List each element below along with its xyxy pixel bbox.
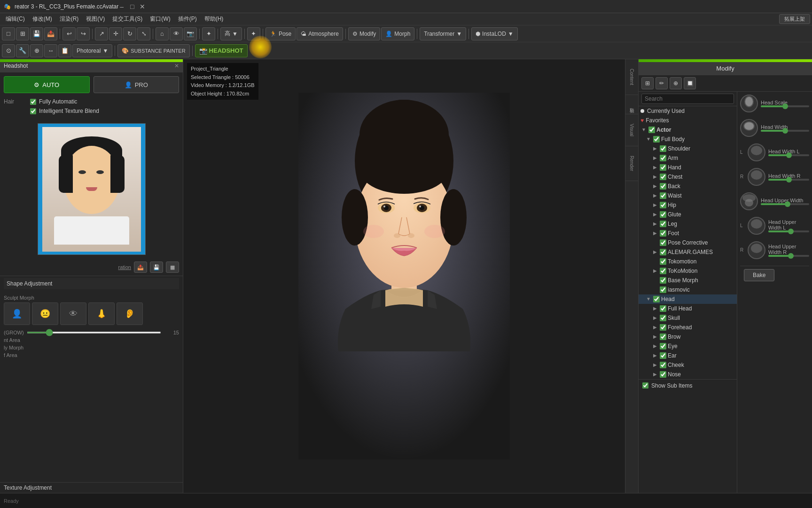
menu-render[interactable]: 渲染(R) [56,14,83,24]
tb2-btn5[interactable]: 📋 [58,44,71,57]
hip-checkbox[interactable] [660,202,666,208]
extend-button[interactable]: 拓展上架 [779,14,810,24]
full-body-checkbox[interactable] [653,136,660,143]
iasmovic-item[interactable]: iasmovic [639,285,737,294]
open-btn[interactable]: ⊞ [16,27,29,40]
base-morph-checkbox[interactable] [660,277,666,284]
view-btn[interactable]: 👁 [170,27,183,40]
full-body-expand[interactable]: ▼ [645,136,652,143]
skull-checkbox[interactable] [660,315,666,321]
close-panel-icon[interactable]: ✕ [174,63,179,69]
tokomotion-expand[interactable] [652,258,658,265]
render-tab[interactable]: Render [625,146,638,181]
pose-corrective-checkbox[interactable] [660,239,666,246]
full-head-expand[interactable]: ▶ [652,305,658,312]
waist-item[interactable]: ▶ Waist [639,191,737,200]
full-head-checkbox[interactable] [660,305,666,312]
forehead-expand[interactable]: ▶ [652,324,658,331]
foot-expand[interactable]: ▶ [652,230,658,237]
pick-tab[interactable]: 拾取 [625,95,638,114]
fully-automatic-checkbox[interactable] [30,99,36,105]
modify-tool-2[interactable]: ✏ [656,77,668,89]
content-tab[interactable]: Content [625,59,638,95]
instalod-btn[interactable]: ⬢InstaLOD▼ [471,27,518,40]
pro-mode-btn[interactable]: 👤 PRO [94,76,180,93]
pose-corrective-item[interactable]: Pose Corrective [639,238,737,247]
leg-expand[interactable]: ▶ [652,221,658,227]
brow-item[interactable]: ▶ Brow [639,332,737,341]
head-upper-width-r-track[interactable] [768,255,809,257]
arm-item[interactable]: ▶ Arm [639,153,737,163]
ear-item[interactable]: ▶ Ear [639,351,737,360]
foot-item[interactable]: ▶ Foot [639,229,737,238]
bake-button[interactable]: Bake [744,269,774,281]
chest-checkbox[interactable] [660,174,666,180]
morph-icon-3[interactable]: 👁 [60,302,86,325]
alemar-checkbox[interactable] [660,249,666,255]
menu-plugin[interactable]: 插件(P) [174,14,201,24]
tb2-btn1[interactable]: ⊙ [2,44,15,57]
full-body-item[interactable]: ▼ Full Body [639,135,737,144]
head-width-handle[interactable] [782,128,788,134]
actor-checkbox[interactable] [648,127,655,133]
modify-btn[interactable]: ⚙Modify [348,27,380,40]
ear-checkbox[interactable] [660,352,666,359]
tb2-btn2[interactable]: 🔧 [16,44,29,57]
glute-expand[interactable]: ▶ [652,211,658,218]
headshot-btn[interactable]: 📸 HEADSHOT [195,44,248,57]
hand-item[interactable]: ▶ Hand [639,163,737,172]
nose-expand[interactable]: ▶ [652,371,658,378]
photoreal-dropdown[interactable]: Photoreal ▼ [72,44,112,57]
save-btn[interactable]: 💾 [30,27,43,40]
glute-checkbox[interactable] [660,211,666,218]
new-btn[interactable]: □ [2,27,15,40]
head-upper-width-l-handle[interactable] [788,229,794,234]
minimize-button[interactable]: – [118,3,125,10]
pose-corrective-expand[interactable] [652,239,658,246]
maximize-button[interactable]: □ [129,3,135,10]
foot-checkbox[interactable] [660,230,666,237]
hip-item[interactable]: ▶ Hip [639,200,737,210]
head-upper-width-l-track[interactable] [768,230,809,232]
head-checkbox[interactable] [653,296,660,302]
arm-expand[interactable]: ▶ [652,155,658,161]
scale-btn[interactable]: ⤡ [137,27,150,40]
more-small-btn[interactable]: ▦ [166,262,179,273]
camera-btn[interactable]: 📷 [184,27,197,40]
menu-submit[interactable]: 提交工具(S) [109,14,146,24]
modify-tool-1[interactable]: ⊞ [641,77,654,89]
arm-checkbox[interactable] [660,155,666,161]
base-morph-expand[interactable] [652,277,658,284]
tokomotion-item[interactable]: Tokomotion [639,257,737,266]
menu-modify[interactable]: 修改(M) [29,14,56,24]
brow-checkbox[interactable] [660,333,666,340]
chest-item[interactable]: ▶ Chest [639,172,737,182]
head-scale-track[interactable] [761,105,809,107]
forehead-item[interactable]: ▶ Forehead [639,323,737,332]
substance-painter-btn[interactable]: 🎨 SUBSTANCE PAINTER [117,44,189,57]
pose-btn[interactable]: 🏃Pose [265,27,296,40]
undo-btn[interactable]: ↩ [62,27,76,40]
transformer-btn[interactable]: Transformer▼ [420,27,466,40]
shoulder-checkbox[interactable] [660,145,666,152]
alemar-expand[interactable]: ▶ [652,249,658,255]
morph-icon-1[interactable]: 👤 [4,302,30,325]
head-width-track[interactable] [761,130,809,132]
menu-help[interactable]: 帮助(H) [201,14,227,24]
skull-item[interactable]: ▶ Skull [639,313,737,323]
hand-checkbox[interactable] [660,164,666,171]
shoulder-expand[interactable]: ▶ [652,145,658,152]
modify-tool-3[interactable]: ⊕ [670,77,682,89]
move-btn[interactable]: ✛ [109,27,122,40]
morph-icon-5[interactable]: 👂 [117,302,143,325]
eye-item[interactable]: ▶ Eye [639,341,737,351]
base-morph-item[interactable]: Base Morph [639,276,737,285]
eye-expand[interactable]: ▶ [652,343,658,349]
head-upper-width-handle[interactable] [785,201,790,207]
export-btn[interactable]: 📤 [44,27,57,40]
grow-slider[interactable] [27,332,161,333]
auto-mode-btn[interactable]: ⚙ AUTO [4,76,90,93]
save-small-btn[interactable]: 💾 [150,262,163,273]
leg-checkbox[interactable] [660,221,666,227]
head-expand[interactable]: ▼ [645,296,652,302]
